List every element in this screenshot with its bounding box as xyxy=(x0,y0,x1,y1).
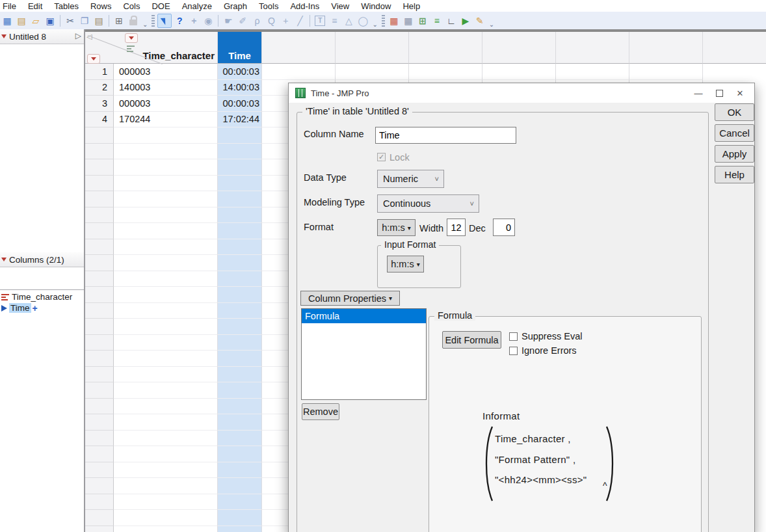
time-character-cell[interactable]: 170244 xyxy=(114,112,218,128)
time-cell[interactable] xyxy=(218,510,262,526)
row-number-cell[interactable] xyxy=(85,478,114,494)
time-character-cell[interactable] xyxy=(114,144,218,160)
row-number-cell[interactable]: 2 xyxy=(85,80,114,96)
time-character-cell[interactable] xyxy=(114,462,218,479)
row-number-cell[interactable]: 4 xyxy=(85,112,114,128)
time-cell[interactable]: 00:00:03 xyxy=(218,64,262,80)
input-format-dropdown[interactable]: h:m:s xyxy=(387,256,424,273)
time-cell[interactable] xyxy=(218,144,262,160)
minimize-icon[interactable]: — xyxy=(688,84,709,102)
menu-view[interactable]: View xyxy=(325,1,355,11)
red-triangle-menu-icon[interactable] xyxy=(1,34,7,38)
empty-cell[interactable] xyxy=(629,64,703,80)
time-character-cell[interactable] xyxy=(114,255,218,271)
time-cell[interactable] xyxy=(218,255,262,271)
oval-annotation-icon[interactable]: ◯ xyxy=(356,14,369,27)
column-header-time-character[interactable]: Time_character◁ xyxy=(85,32,218,64)
row-number-cell[interactable] xyxy=(85,271,114,287)
time-cell[interactable] xyxy=(218,159,262,176)
row-number-cell[interactable] xyxy=(85,207,114,224)
cut-icon[interactable]: ✂ xyxy=(64,14,77,27)
time-character-cell[interactable] xyxy=(114,351,218,367)
time-character-cell[interactable] xyxy=(114,367,218,383)
row-number-cell[interactable] xyxy=(85,255,114,271)
menu-help[interactable]: Help xyxy=(397,1,426,11)
time-character-cell[interactable]: 140003 xyxy=(114,80,218,96)
remove-button[interactable]: Remove xyxy=(302,403,339,420)
time-cell[interactable] xyxy=(218,446,262,462)
menu-edit[interactable]: Edit xyxy=(22,1,48,11)
row-number-cell[interactable] xyxy=(85,526,114,532)
row-number-cell[interactable] xyxy=(85,319,114,335)
menu-rows[interactable]: Rows xyxy=(85,1,118,11)
menu-graph[interactable]: Graph xyxy=(218,1,253,11)
time-cell[interactable] xyxy=(218,462,262,479)
rows-icon[interactable] xyxy=(127,45,135,52)
time-character-cell[interactable] xyxy=(114,191,218,207)
brush-tool-icon[interactable]: ✐ xyxy=(236,14,249,27)
time-cell[interactable] xyxy=(218,382,262,399)
time-cell[interactable] xyxy=(218,414,262,431)
time-cell[interactable] xyxy=(218,399,262,415)
column-list-item[interactable]: Time+ xyxy=(0,302,84,313)
copy-icon[interactable]: ❐ xyxy=(78,14,91,27)
horizontal-bars-icon[interactable]: ≡ xyxy=(430,14,443,27)
overflow-chevron-icon[interactable]: ⌄ xyxy=(142,21,148,29)
row-number-cell[interactable] xyxy=(85,335,114,351)
time-character-cell[interactable] xyxy=(114,335,218,351)
time-character-cell[interactable] xyxy=(114,159,218,176)
rows-red-triangle-button[interactable] xyxy=(87,54,100,64)
pencil-tool-icon[interactable]: ╱ xyxy=(293,14,306,27)
time-cell[interactable] xyxy=(218,239,262,256)
column-list-item[interactable]: Time_character xyxy=(0,291,84,302)
row-number-cell[interactable] xyxy=(85,431,114,447)
maximize-icon[interactable] xyxy=(709,84,730,102)
calculator-icon[interactable]: ▦ xyxy=(402,14,415,27)
time-character-cell[interactable] xyxy=(114,414,218,431)
time-character-cell[interactable] xyxy=(114,399,218,415)
row-number-cell[interactable] xyxy=(85,176,114,192)
row-number-cell[interactable]: 1 xyxy=(85,64,114,80)
row-number-cell[interactable]: 3 xyxy=(85,96,114,112)
time-cell[interactable] xyxy=(218,351,262,367)
data-table-window-icon[interactable]: ▦ xyxy=(388,14,401,27)
edit-formula-button[interactable]: Edit Formula xyxy=(442,331,501,349)
menu-tables[interactable]: Tables xyxy=(48,1,85,11)
paste-icon[interactable]: ▤ xyxy=(92,14,105,27)
axes-icon[interactable]: ∟ xyxy=(445,14,458,27)
lock-icon[interactable] xyxy=(127,14,140,27)
ok-button[interactable]: OK xyxy=(715,103,754,121)
empty-cell[interactable] xyxy=(409,64,482,80)
text-annotation-icon[interactable]: T xyxy=(313,14,326,27)
tables-panel-header[interactable]: Untitled 8 ▷ xyxy=(0,29,84,44)
time-character-cell[interactable] xyxy=(114,176,218,192)
time-cell[interactable] xyxy=(218,367,262,383)
lock-checkbox[interactable] xyxy=(377,153,386,161)
line-annotation-icon[interactable]: ≡ xyxy=(328,14,341,27)
menu-cols[interactable]: Cols xyxy=(117,1,146,11)
row-number-cell[interactable] xyxy=(85,414,114,431)
time-cell[interactable] xyxy=(218,431,262,447)
time-cell[interactable] xyxy=(218,207,262,224)
time-cell[interactable] xyxy=(218,478,262,494)
modeling-type-dropdown[interactable]: Continuous xyxy=(377,194,479,213)
row-number-cell[interactable] xyxy=(85,399,114,415)
lasso-tool-icon[interactable]: ρ xyxy=(250,14,263,27)
time-character-cell[interactable] xyxy=(114,510,218,526)
format-dropdown[interactable]: h:m:s xyxy=(377,219,416,236)
magnifier-tool-icon[interactable]: Q xyxy=(265,14,278,27)
overflow-chevron-icon[interactable]: ⌄ xyxy=(372,21,377,29)
column-header-time[interactable]: Time xyxy=(218,32,262,64)
time-cell[interactable] xyxy=(218,127,262,144)
row-number-cell[interactable] xyxy=(85,223,114,239)
apply-button[interactable]: Apply xyxy=(715,145,754,163)
polygon-annotation-icon[interactable]: △ xyxy=(342,14,355,27)
width-input[interactable] xyxy=(447,219,466,236)
row-number-cell[interactable] xyxy=(85,382,114,399)
close-icon[interactable]: ✕ xyxy=(730,84,750,102)
row-number-cell[interactable] xyxy=(85,303,114,319)
time-character-cell[interactable] xyxy=(114,239,218,256)
empty-cell[interactable] xyxy=(336,64,409,80)
time-character-cell[interactable] xyxy=(114,127,218,144)
time-cell[interactable] xyxy=(218,526,262,532)
